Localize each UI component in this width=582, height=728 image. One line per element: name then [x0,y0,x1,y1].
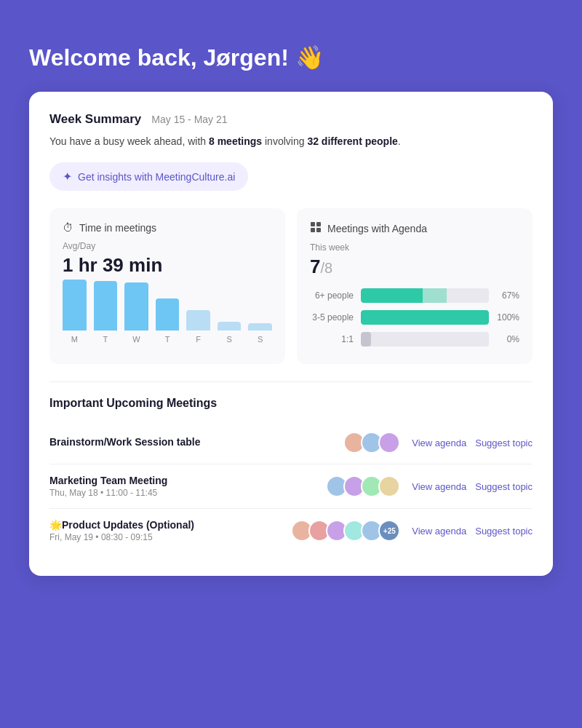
bar-T1 [94,281,118,331]
bar-col-T1: T [94,281,118,344]
svg-rect-3 [316,228,321,232]
avatar-count-3: +25 [378,520,400,542]
suggest-topic-2[interactable]: Suggest topic [475,481,533,492]
meeting-info-2: Marketing Team Meeting Thu, May 18 • 11:… [49,475,314,498]
meeting-avatars-3: +25 [291,520,400,542]
bar-col-W: W [124,282,148,344]
agenda-card-label: Meetings with Agenda [327,223,427,234]
time-bar-chart: M T W T F [63,285,272,344]
page-container: Welcome back, Jørgen! 👋 Week Summary May… [29,44,553,576]
meetings-section-title: Important Upcoming Meetings [49,397,533,410]
meeting-row-3: 🌟Product Updates (Optional) Fri, May 19 … [49,509,533,553]
bar-S1 [218,322,242,331]
meeting-actions-2: View agenda Suggest topic [412,481,533,492]
view-agenda-3[interactable]: View agenda [412,526,466,537]
bar-col-T2: T [156,298,180,344]
bar-W [124,282,148,331]
bar-M [63,280,87,331]
week-summary-header: Week Summary May 15 - May 21 [49,112,533,127]
svg-rect-2 [311,228,315,232]
meeting-actions-3: View agenda Suggest topic [412,526,533,537]
avg-day-label: Avg/Day [63,241,272,251]
meeting-row-1: Brainstorm/Work Session table View agend… [49,422,533,464]
bar-track-6plus [361,288,489,303]
welcome-emoji: 👋 [295,44,324,71]
bar-label-35: 3-5 people [310,312,354,323]
insights-icon: ✦ [63,170,72,183]
svg-rect-0 [311,222,315,226]
agenda-bar-35: 3-5 people 100% [310,310,519,325]
time-in-meetings-card: ⏱ Time in meetings Avg/Day 1 hr 39 min M… [49,208,285,364]
meeting-name-3: 🌟Product Updates (Optional) [49,519,279,531]
week-summary-title: Week Summary [49,112,141,127]
meeting-time-2: Thu, May 18 • 11:00 - 11:45 [49,488,314,498]
avatar-2-4 [378,475,400,497]
bar-pct-11: 0% [496,334,519,344]
meeting-avatars-1 [343,432,400,454]
meeting-row-2: Marketing Team Meeting Thu, May 18 • 11:… [49,464,533,509]
bar-pct-6plus: 67% [496,290,519,301]
bar-col-S1: S [218,322,242,344]
meeting-name-2: Marketing Team Meeting [49,475,314,486]
time-value: 1 hr 39 min [63,254,272,277]
bar-F [186,310,210,331]
avatar-1-3 [378,432,400,454]
timer-icon: ⏱ [63,221,73,234]
agenda-icon [310,221,322,235]
bar-col-M: M [63,280,87,344]
meeting-avatars-2 [326,475,400,497]
insights-btn-label: Get insights with MeetingCulture.ai [78,171,235,183]
bar-pct-35: 100% [496,312,519,323]
svg-rect-1 [316,222,321,226]
week-date-range: May 15 - May 21 [151,114,227,125]
suggest-topic-3[interactable]: Suggest topic [475,526,533,537]
agenda-fraction: 7/8 [310,256,519,278]
meetings-section: Important Upcoming Meetings Brainstorm/W… [49,381,533,553]
view-agenda-2[interactable]: View agenda [412,481,466,492]
stats-row: ⏱ Time in meetings Avg/Day 1 hr 39 min M… [49,208,533,364]
meetings-with-agenda-card: Meetings with Agenda This week 7/8 6+ pe… [297,208,533,364]
bar-col-S2: S [248,323,272,344]
bar-track-11 [361,332,489,347]
bar-label-6plus: 6+ people [310,290,354,301]
agenda-card-header: Meetings with Agenda [310,221,519,235]
bar-label-11: 1:1 [310,334,354,344]
time-card-header: ⏱ Time in meetings [63,221,272,234]
meeting-info-3: 🌟Product Updates (Optional) Fri, May 19 … [49,519,279,542]
meeting-info-1: Brainstorm/Work Session table [49,436,332,449]
bar-track-35 [361,310,489,325]
suggest-topic-1[interactable]: Suggest topic [475,438,533,448]
view-agenda-1[interactable]: View agenda [412,438,466,448]
meeting-time-3: Fri, May 19 • 08:30 - 09:15 [49,532,279,542]
bar-T2 [156,298,180,331]
main-card: Week Summary May 15 - May 21 You have a … [29,92,553,576]
time-card-label: Time in meetings [79,222,156,234]
meeting-actions-1: View agenda Suggest topic [412,438,533,448]
meeting-name-1: Brainstorm/Work Session table [49,436,332,448]
welcome-text: Welcome back, Jørgen! [29,44,289,71]
welcome-title: Welcome back, Jørgen! 👋 [29,44,553,71]
week-summary-description: You have a busy week ahead, with 8 meeti… [49,134,533,149]
agenda-bar-11: 1:1 0% [310,332,519,347]
bar-S2 [248,323,272,331]
insights-button[interactable]: ✦ Get insights with MeetingCulture.ai [49,162,248,191]
bar-col-F: F [186,310,210,344]
agenda-bar-6plus: 6+ people 67% [310,288,519,303]
agenda-week-label: This week [310,242,519,253]
